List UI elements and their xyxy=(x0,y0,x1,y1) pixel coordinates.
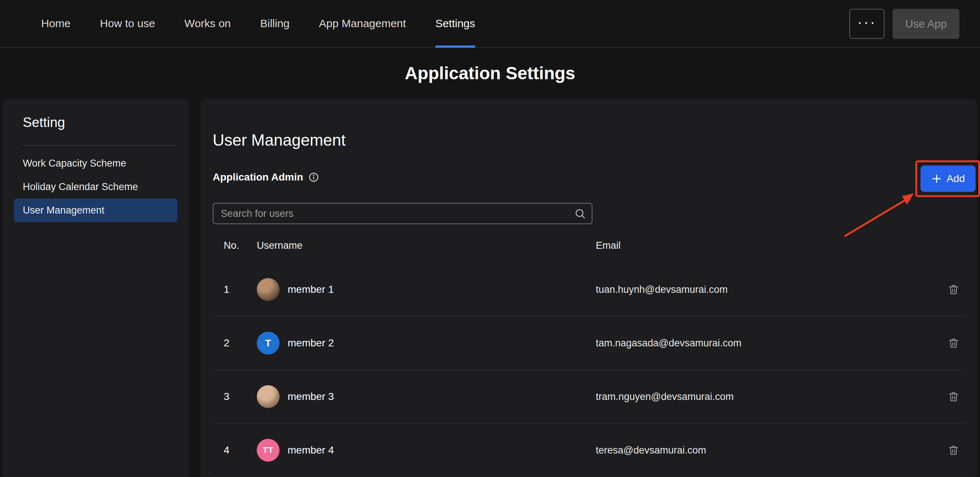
table-row: 4 TT member 4 teresa@devsamurai.com xyxy=(213,424,964,477)
avatar xyxy=(257,278,280,301)
top-navbar: Home How to use Works on Billing App Man… xyxy=(0,0,980,48)
delete-icon[interactable] xyxy=(947,390,960,403)
header-email: Email xyxy=(596,240,943,251)
sidebar-divider xyxy=(23,145,177,146)
table-row: 1 member 1 tuan.huynh@devsamurai.com xyxy=(213,263,964,317)
info-icon[interactable] xyxy=(308,172,319,183)
sidebar-item-user-management[interactable]: User Management xyxy=(14,198,177,222)
email: tram.nguyen@devsamurai.com xyxy=(596,391,943,403)
sidebar-item-holiday-calendar-scheme[interactable]: Holiday Calendar Scheme xyxy=(3,175,189,198)
main-panel: User Management Application Admin No. Us… xyxy=(200,99,977,477)
row-number: 1 xyxy=(224,284,257,295)
page-title: Application Settings xyxy=(0,63,980,83)
user-cell: T member 2 xyxy=(257,332,596,355)
row-number: 3 xyxy=(224,391,257,403)
nav-item-how-to-use[interactable]: How to use xyxy=(100,0,155,47)
user-cell: TT member 4 xyxy=(257,439,596,461)
search-icon xyxy=(574,208,586,219)
nav-item-settings[interactable]: Settings xyxy=(435,0,475,47)
nav-actions: ··· Use App xyxy=(849,9,959,39)
add-button-label: Add xyxy=(947,173,965,185)
username: member 1 xyxy=(288,284,334,295)
avatar: TT xyxy=(257,439,280,461)
row-number: 2 xyxy=(224,337,257,349)
plus-icon xyxy=(931,173,942,184)
application-admin-label: Application Admin xyxy=(213,171,303,183)
use-app-button[interactable]: Use App xyxy=(892,9,959,39)
table-row: 2 T member 2 tam.nagasada@devsamurai.com xyxy=(213,317,964,370)
username: member 4 xyxy=(288,444,334,456)
email: tuan.huynh@devsamurai.com xyxy=(596,284,943,295)
nav-item-works-on[interactable]: Works on xyxy=(185,0,231,47)
search-box xyxy=(213,203,592,224)
email: teresa@devsamurai.com xyxy=(596,445,943,456)
nav-item-billing[interactable]: Billing xyxy=(260,0,290,47)
add-button[interactable]: Add xyxy=(921,165,975,192)
delete-icon[interactable] xyxy=(947,444,960,456)
nav-item-app-management[interactable]: App Management xyxy=(319,0,406,47)
row-number: 4 xyxy=(224,444,257,456)
avatar xyxy=(257,385,280,408)
avatar: T xyxy=(257,332,280,355)
delete-icon[interactable] xyxy=(947,337,960,349)
ellipsis-icon: ··· xyxy=(858,14,877,30)
username: member 3 xyxy=(288,391,334,403)
section-title: User Management xyxy=(213,131,346,149)
user-cell: member 1 xyxy=(257,278,596,301)
table-body: 1 member 1 tuan.huynh@devsamurai.com 2 T… xyxy=(213,263,964,477)
delete-icon[interactable] xyxy=(947,283,960,296)
table-header-row: No. Username Email xyxy=(213,235,964,256)
nav-items: Home How to use Works on Billing App Man… xyxy=(41,0,475,47)
email: tam.nagasada@devsamurai.com xyxy=(596,338,943,349)
sidebar-title: Setting xyxy=(23,115,189,130)
sidebar-item-work-capacity-scheme[interactable]: Work Capacity Scheme xyxy=(3,152,189,175)
user-table: No. Username Email 1 member 1 tuan.huynh… xyxy=(213,235,964,477)
search-input[interactable] xyxy=(213,208,574,219)
username: member 2 xyxy=(288,337,334,349)
header-username: Username xyxy=(257,240,596,251)
table-row: 3 member 3 tram.nguyen@devsamurai.com xyxy=(213,370,964,424)
header-no: No. xyxy=(224,240,257,251)
application-admin-row: Application Admin xyxy=(213,171,319,183)
settings-sidebar: Setting Work Capacity Scheme Holiday Cal… xyxy=(3,99,189,477)
sidebar-items: Work Capacity Scheme Holiday Calendar Sc… xyxy=(3,152,189,222)
more-options-button[interactable]: ··· xyxy=(849,9,885,39)
user-cell: member 3 xyxy=(257,385,596,408)
nav-item-home[interactable]: Home xyxy=(41,0,70,47)
